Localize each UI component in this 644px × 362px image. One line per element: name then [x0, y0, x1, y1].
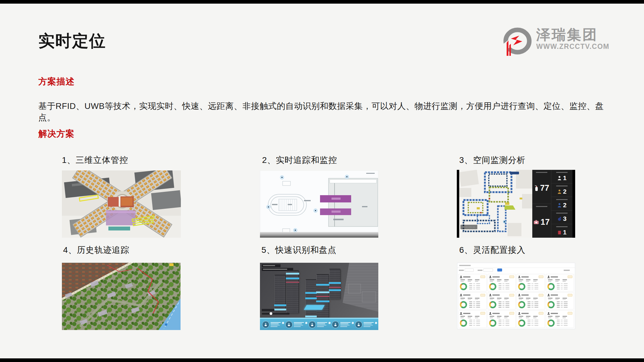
card-title-bar	[551, 276, 558, 278]
stat-label-bar	[536, 172, 547, 173]
card-status-chip	[509, 294, 514, 297]
person-icon	[460, 276, 462, 278]
card-body	[489, 283, 514, 290]
page-title: 实时定位	[38, 30, 106, 52]
timeline-chip	[262, 309, 274, 311]
card-data-rows	[527, 301, 538, 308]
config-card	[488, 292, 516, 310]
card-column-headers	[548, 298, 573, 300]
card-body	[518, 301, 543, 308]
config-card	[546, 274, 574, 291]
aerial-map-graphic	[62, 263, 181, 330]
card-data-rows	[557, 301, 568, 308]
legend-group	[262, 321, 283, 328]
donut-chart	[460, 283, 467, 290]
card-status-chip	[480, 294, 485, 297]
fire-extinguisher-icon	[534, 185, 539, 191]
dashboard-header-bar	[457, 263, 575, 268]
slide-stage: 实时定位 泽瑞集团 WWW.ZRCCTV.COM 方案描述 基于RFID、UWB…	[0, 0, 644, 362]
card-column-headers	[519, 279, 543, 282]
solution-label-flexible-config: 6、灵活配置接入	[459, 244, 526, 256]
solutions-heading: 解决方案	[38, 128, 75, 140]
facility-model-graphic	[62, 170, 181, 238]
card-column-headers	[490, 316, 514, 318]
solution-label-3d-control: 1、三维立体管控	[62, 154, 128, 166]
city-3d-inventory-image	[260, 263, 378, 330]
person-icon	[547, 276, 550, 278]
tower-block	[275, 275, 286, 311]
donut-chart	[518, 283, 525, 290]
card-column-headers	[460, 298, 485, 300]
inventory-legend-bar	[260, 318, 378, 330]
primary-stats-column: 77 17	[532, 170, 551, 238]
card-title-bar	[492, 294, 500, 296]
card-header	[460, 294, 485, 297]
person-icon	[460, 294, 462, 296]
highlighted-floor-slab	[304, 305, 325, 310]
person-icon	[460, 312, 462, 315]
card-status-chip	[568, 312, 572, 315]
card-title-bar	[463, 313, 470, 314]
card-status-chip	[509, 312, 514, 315]
card-data-rows	[498, 283, 509, 290]
card-title-bar	[521, 313, 529, 314]
card-body	[460, 319, 485, 327]
hydrant-icon	[332, 321, 339, 328]
card-title-bar	[551, 294, 558, 296]
hydrant-icon	[309, 321, 316, 328]
legend-dot	[352, 322, 354, 324]
stat-cell: 2	[551, 197, 572, 211]
config-card	[546, 292, 574, 310]
card-title-bar	[492, 313, 500, 314]
stat-value: 77	[540, 183, 549, 193]
filter-input	[465, 268, 474, 272]
legend-text-lines	[294, 322, 304, 327]
card-data-rows	[469, 283, 480, 290]
side-stats-column: 1 2	[551, 170, 572, 238]
stat-cell: 3	[551, 211, 572, 224]
dashboard-filter-bar	[457, 268, 575, 273]
toolbar-chip	[262, 264, 280, 267]
stat-label-bar	[556, 199, 568, 200]
card-column-headers	[460, 279, 485, 282]
card-status-chip	[539, 312, 543, 315]
city-district-block	[343, 263, 378, 312]
realtime-tracking-floorplan-image	[260, 170, 378, 238]
card-header	[518, 275, 543, 278]
floorplan-graphic	[260, 170, 378, 238]
filter-label-bar	[478, 270, 482, 271]
card-body	[547, 301, 573, 308]
config-card	[458, 292, 487, 310]
card-header	[489, 312, 514, 315]
card-column-headers	[548, 316, 573, 318]
stat-value: 17	[540, 218, 549, 227]
donut-chart	[547, 319, 555, 327]
stat-label-bar	[556, 186, 568, 186]
donut-chart	[460, 319, 467, 327]
legend-group	[332, 321, 353, 328]
tower-block	[329, 269, 340, 299]
tower-block	[317, 274, 329, 320]
stat-value: 2	[563, 188, 567, 195]
card-data-rows	[557, 320, 568, 327]
staff-blue-icon	[557, 203, 562, 208]
logo-text: 泽瑞集团 WWW.ZRCCTV.COM	[536, 27, 609, 51]
legend-group	[285, 321, 306, 328]
slider-knob	[270, 312, 272, 315]
description-body: 基于RFID、UWB等技术，实现实时、快速、远距离、非接触式的自动识别和数据采集…	[38, 100, 609, 123]
letterbox-bottom	[0, 358, 644, 362]
card-header	[547, 275, 573, 278]
letterbox-top	[0, 0, 644, 4]
stat-label-bar	[536, 206, 547, 207]
device-icon	[557, 217, 562, 221]
config-card	[458, 274, 487, 291]
staff-amber-icon	[557, 189, 562, 194]
logo-d-mark-icon	[501, 27, 533, 57]
card-status-chip	[539, 294, 543, 297]
card-header	[547, 294, 573, 297]
card-status-chip	[509, 275, 514, 278]
filter-label-bar	[459, 270, 464, 271]
card-column-headers	[460, 316, 485, 318]
donut-chart	[489, 283, 496, 290]
card-header	[547, 312, 573, 315]
